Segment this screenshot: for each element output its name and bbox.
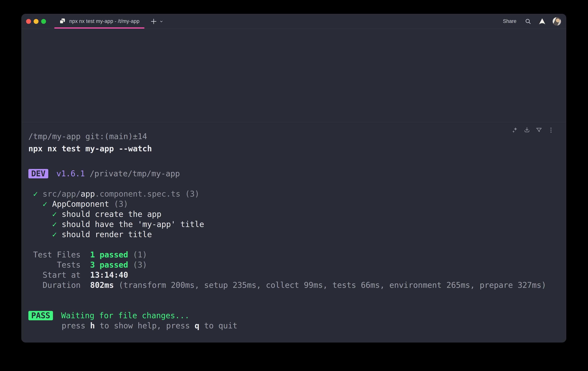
check-icon: ✓	[52, 230, 57, 239]
check-icon: ✓	[33, 189, 38, 198]
test-suite-row: ✓AppComponent(3)	[28, 199, 559, 209]
warp-logo-icon[interactable]	[539, 18, 546, 25]
summary-duration: Duration802ms(transform 200ms, setup 235…	[28, 280, 559, 290]
key-q: q	[195, 321, 199, 330]
summary-test-files: Test Files1 passed(1)	[28, 250, 559, 260]
tab-title: npx nx test my-app - /t/my-app	[69, 18, 140, 24]
user-avatar[interactable]	[553, 17, 561, 26]
minimize-button[interactable]	[34, 19, 39, 24]
test-case-row: ✓should render title	[28, 229, 559, 240]
watch-hint-line: press h to show help, press q to quit	[28, 321, 559, 331]
block-toolbar	[512, 127, 554, 134]
traffic-lights	[26, 19, 46, 24]
watch-message: Waiting for file changes...	[61, 311, 189, 320]
tab-pages-icon	[59, 18, 65, 25]
terminal-scrollback	[21, 29, 566, 122]
vitest-cwd: /private/tmp/my-app	[90, 169, 180, 178]
summary-start-at: Start at13:14:40	[28, 270, 559, 280]
test-case-row: ✓should have the 'my-app' title	[28, 219, 559, 229]
search-icon[interactable]	[525, 18, 531, 25]
active-tab-indicator	[54, 27, 145, 29]
tab-active[interactable]: npx nx test my-app - /t/my-app	[54, 14, 145, 29]
pass-badge: PASS	[28, 311, 53, 320]
vitest-dev-line: DEVv1.6.1/private/tmp/my-app	[28, 169, 559, 179]
kebab-menu-icon[interactable]	[548, 127, 554, 134]
titlebar: npx nx test my-app - /t/my-app Share	[21, 14, 566, 29]
download-icon[interactable]	[524, 127, 530, 134]
key-h: h	[90, 321, 95, 330]
watch-status-line: PASSWaiting for file changes...	[28, 310, 559, 321]
terminal-window: npx nx test my-app - /t/my-app Share	[21, 14, 566, 342]
chevron-down-icon[interactable]	[159, 19, 164, 24]
summary-tests: Tests3 passed(3)	[28, 260, 559, 270]
vitest-version: v1.6.1	[56, 169, 85, 178]
test-file-row: ✓src/app/app.component.spec.ts(3)	[28, 189, 559, 199]
check-icon: ✓	[52, 209, 57, 219]
sparkles-ai-icon[interactable]	[512, 127, 518, 134]
filter-icon[interactable]	[536, 127, 542, 134]
command-block: /tmp/my-app git:(main)±14 npx nx test my…	[21, 122, 566, 331]
check-icon: ✓	[52, 220, 57, 229]
shell-prompt: /tmp/my-app git:(main)±14	[28, 131, 559, 142]
check-icon: ✓	[43, 199, 47, 209]
test-case-row: ✓should create the app	[28, 209, 559, 219]
share-button[interactable]: Share	[503, 18, 516, 24]
command-text: npx nx test my-app --watch	[28, 144, 559, 154]
new-tab-button[interactable]	[150, 18, 157, 25]
zoom-button[interactable]	[41, 19, 46, 24]
dev-badge: DEV	[28, 169, 48, 178]
close-button[interactable]	[26, 19, 31, 24]
